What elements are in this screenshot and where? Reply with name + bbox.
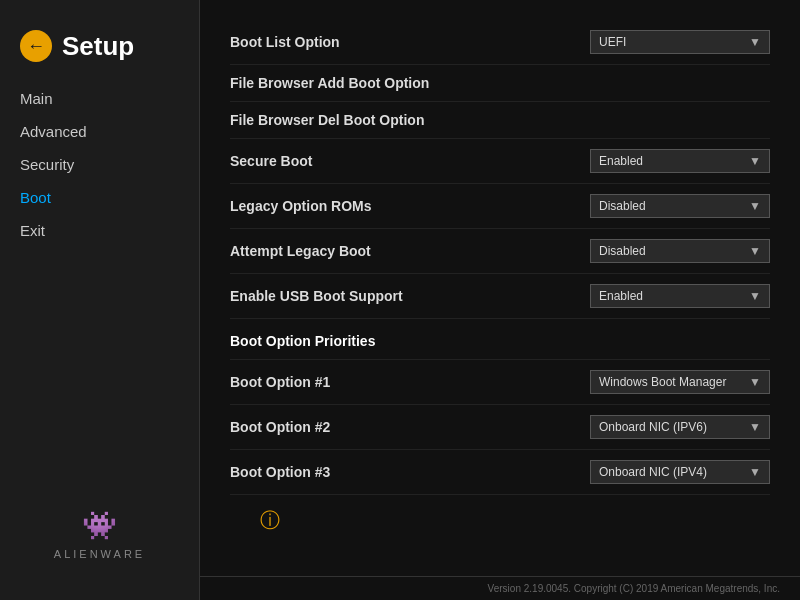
- setting-label-attempt-legacy-boot: Attempt Legacy Boot: [230, 243, 371, 259]
- setting-row-boot-option-1: Boot Option #1Windows Boot Manager▼: [230, 360, 770, 405]
- dropdown-value-boot-option-2: Onboard NIC (IPV6): [599, 420, 707, 434]
- sidebar-item-main[interactable]: Main: [0, 82, 199, 115]
- setting-row-legacy-option-roms: Legacy Option ROMsDisabled▼: [230, 184, 770, 229]
- setting-label-secure-boot: Secure Boot: [230, 153, 312, 169]
- sidebar-item-advanced[interactable]: Advanced: [0, 115, 199, 148]
- setting-row-boot-option-3: Boot Option #3Onboard NIC (IPV4)▼: [230, 450, 770, 495]
- setup-header: ← Setup: [0, 20, 199, 82]
- chevron-down-icon: ▼: [749, 154, 761, 168]
- alien-icon: 👾: [20, 509, 179, 542]
- dropdown-boot-option-2[interactable]: Onboard NIC (IPV6)▼: [590, 415, 770, 439]
- dropdown-value-boot-list-option: UEFI: [599, 35, 626, 49]
- setting-row-enable-usb-boot: Enable USB Boot SupportEnabled▼: [230, 274, 770, 319]
- setting-label-boot-option-2: Boot Option #2: [230, 419, 330, 435]
- chevron-down-icon: ▼: [749, 244, 761, 258]
- dropdown-value-boot-option-1: Windows Boot Manager: [599, 375, 726, 389]
- chevron-down-icon: ▼: [749, 465, 761, 479]
- setting-label-boot-option-priorities: Boot Option Priorities: [230, 333, 375, 349]
- setting-label-file-browser-add: File Browser Add Boot Option: [230, 75, 429, 91]
- version-text: Version 2.19.0045. Copyright (C) 2019 Am…: [488, 583, 780, 594]
- dropdown-value-secure-boot: Enabled: [599, 154, 643, 168]
- dropdown-enable-usb-boot[interactable]: Enabled▼: [590, 284, 770, 308]
- nav-menu: MainAdvancedSecurityBootExit: [0, 82, 199, 247]
- sidebar: ← Setup MainAdvancedSecurityBootExit 👾 A…: [0, 0, 200, 600]
- chevron-down-icon: ▼: [749, 289, 761, 303]
- dropdown-value-boot-option-3: Onboard NIC (IPV4): [599, 465, 707, 479]
- setting-row-boot-list-option: Boot List OptionUEFI▼: [230, 20, 770, 65]
- setting-label-boot-option-3: Boot Option #3: [230, 464, 330, 480]
- dropdown-legacy-option-roms[interactable]: Disabled▼: [590, 194, 770, 218]
- footer: Version 2.19.0045. Copyright (C) 2019 Am…: [200, 576, 800, 600]
- dropdown-boot-list-option[interactable]: UEFI▼: [590, 30, 770, 54]
- setting-row-boot-option-2: Boot Option #2Onboard NIC (IPV6)▼: [230, 405, 770, 450]
- dropdown-boot-option-1[interactable]: Windows Boot Manager▼: [590, 370, 770, 394]
- sidebar-item-exit[interactable]: Exit: [0, 214, 199, 247]
- dropdown-attempt-legacy-boot[interactable]: Disabled▼: [590, 239, 770, 263]
- setting-row-secure-boot: Secure BootEnabled▼: [230, 139, 770, 184]
- setting-label-enable-usb-boot: Enable USB Boot Support: [230, 288, 403, 304]
- settings-list: Boot List OptionUEFI▼File Browser Add Bo…: [230, 20, 770, 495]
- chevron-down-icon: ▼: [749, 375, 761, 389]
- setup-title: Setup: [62, 31, 134, 62]
- chevron-down-icon: ▼: [749, 199, 761, 213]
- setting-label-legacy-option-roms: Legacy Option ROMs: [230, 198, 372, 214]
- alienware-logo: 👾 ALIENWARE: [0, 489, 199, 580]
- setting-row-file-browser-del: File Browser Del Boot Option: [230, 102, 770, 139]
- setting-row-file-browser-add: File Browser Add Boot Option: [230, 65, 770, 102]
- setting-label-file-browser-del: File Browser Del Boot Option: [230, 112, 424, 128]
- dropdown-value-attempt-legacy-boot: Disabled: [599, 244, 646, 258]
- dropdown-value-enable-usb-boot: Enabled: [599, 289, 643, 303]
- dropdown-secure-boot[interactable]: Enabled▼: [590, 149, 770, 173]
- dropdown-boot-option-3[interactable]: Onboard NIC (IPV4)▼: [590, 460, 770, 484]
- chevron-down-icon: ▼: [749, 35, 761, 49]
- dropdown-value-legacy-option-roms: Disabled: [599, 199, 646, 213]
- sidebar-item-boot[interactable]: Boot: [0, 181, 199, 214]
- chevron-down-icon: ▼: [749, 420, 761, 434]
- setting-label-boot-option-1: Boot Option #1: [230, 374, 330, 390]
- setting-row-boot-option-priorities: Boot Option Priorities: [230, 319, 770, 360]
- main-content: Boot List OptionUEFI▼File Browser Add Bo…: [200, 0, 800, 576]
- alienware-brand: ALIENWARE: [20, 548, 179, 560]
- info-icon: ⓘ: [230, 499, 310, 541]
- setting-label-boot-list-option: Boot List Option: [230, 34, 340, 50]
- sidebar-item-security[interactable]: Security: [0, 148, 199, 181]
- back-button[interactable]: ←: [20, 30, 52, 62]
- setting-row-attempt-legacy-boot: Attempt Legacy BootDisabled▼: [230, 229, 770, 274]
